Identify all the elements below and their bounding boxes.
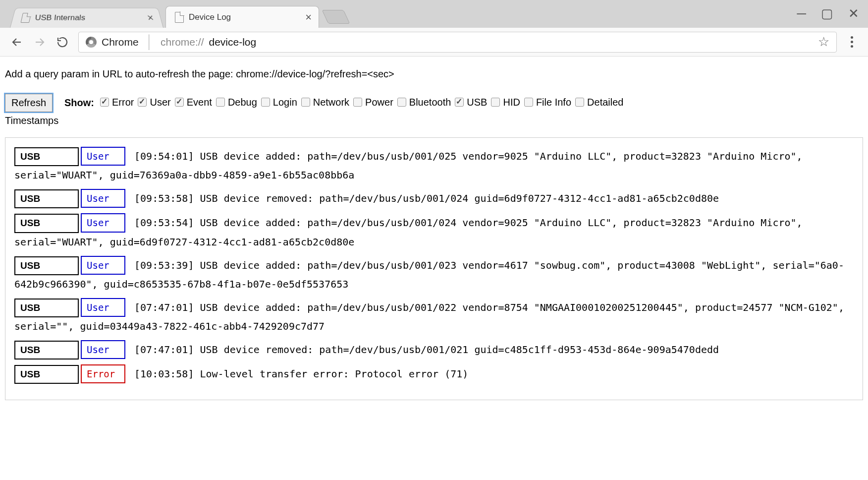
- filter-error[interactable]: Error: [100, 97, 134, 108]
- filter-power[interactable]: Power: [353, 97, 393, 108]
- browser-titlebar: USB Internals × Device Log × ─ ▢ ✕: [0, 0, 868, 28]
- filter-usb[interactable]: USB: [455, 97, 487, 108]
- log-type-tag: USB: [14, 299, 79, 317]
- tab-title: USB Internals: [35, 13, 86, 22]
- log-type-tag: USB: [14, 214, 79, 233]
- filter-label: HID: [503, 97, 520, 108]
- filter-checkbox[interactable]: [491, 98, 500, 107]
- minimize-icon[interactable]: ─: [797, 7, 806, 20]
- filter-checkbox[interactable]: [397, 98, 406, 107]
- log-level-tag: User: [81, 213, 125, 232]
- filter-debug[interactable]: Debug: [216, 97, 257, 108]
- filter-label: Event: [187, 97, 212, 108]
- log-type-tag: USB: [14, 341, 79, 360]
- window-controls: ─ ▢ ✕: [797, 7, 859, 20]
- filter-label: Network: [313, 97, 349, 108]
- filter-label: Debug: [228, 97, 257, 108]
- filter-network[interactable]: Network: [301, 97, 349, 108]
- new-tab-button[interactable]: [322, 10, 350, 24]
- log-type-tag: USB: [14, 256, 79, 275]
- filter-label: Login: [273, 97, 297, 108]
- filter-label: Detailed: [587, 97, 623, 108]
- tab-device-log[interactable]: Device Log ×: [165, 6, 319, 28]
- log-text: [09:54:01] USB device added: path=/dev/b…: [14, 150, 803, 181]
- filter-checkbox[interactable]: [301, 98, 310, 107]
- filter-hid[interactable]: HID: [491, 97, 520, 108]
- bookmark-star-icon[interactable]: ☆: [818, 34, 829, 50]
- filter-bluetooth[interactable]: Bluetooth: [397, 97, 451, 108]
- log-level-tag: Error: [81, 364, 125, 383]
- log-entry: USBUser [09:53:39] USB device added: pat…: [14, 256, 854, 293]
- filter-label: File Info: [536, 97, 571, 108]
- reload-button[interactable]: [55, 35, 69, 49]
- tab-usb-internals[interactable]: USB Internals ×: [10, 8, 163, 28]
- url-scheme-label: Chrome: [102, 36, 139, 48]
- page-icon: [21, 13, 32, 23]
- address-bar[interactable]: Chrome │ chrome://device-log ☆: [78, 32, 837, 53]
- log-text: [09:53:54] USB device added: path=/dev/b…: [14, 217, 803, 247]
- log-text: [07:47:01] USB device removed: path=/dev…: [128, 344, 719, 356]
- log-entry: USBUser [09:53:54] USB device added: pat…: [14, 213, 854, 250]
- page-icon: [175, 12, 184, 23]
- log-text: [07:47:01] USB device added: path=/dev/b…: [14, 301, 844, 332]
- filter-checkbox[interactable]: [175, 98, 184, 107]
- log-entry: USBUser [09:54:01] USB device added: pat…: [14, 147, 854, 184]
- log-text: [09:53:39] USB device added: path=/dev/b…: [14, 259, 844, 290]
- auto-refresh-hint: Add a query param in URL to auto-refresh…: [5, 68, 863, 80]
- browser-menu-button[interactable]: [846, 36, 858, 48]
- filter-event[interactable]: Event: [175, 97, 212, 108]
- close-window-icon[interactable]: ✕: [848, 7, 859, 20]
- log-entry: USBUser [07:47:01] USB device removed: p…: [14, 340, 854, 360]
- filter-checkbox[interactable]: [575, 98, 584, 107]
- page-content: Add a query param in URL to auto-refresh…: [0, 57, 868, 410]
- chrome-icon: [86, 37, 97, 48]
- back-button[interactable]: [10, 35, 24, 49]
- browser-toolbar: Chrome │ chrome://device-log ☆: [0, 28, 868, 57]
- filter-checkbox[interactable]: [353, 98, 362, 107]
- log-type-tag: USB: [14, 365, 79, 384]
- show-label: Show:: [64, 97, 94, 109]
- filter-label: Bluetooth: [409, 97, 451, 108]
- log-level-tag: User: [81, 147, 125, 166]
- log-level-tag: User: [81, 256, 125, 275]
- filter-label: User: [150, 97, 170, 108]
- log-entry: USBUser [09:53:58] USB device removed: p…: [14, 189, 854, 208]
- filter-label: USB: [467, 97, 487, 108]
- log-entry: USBError [10:03:58] Low-level transfer e…: [14, 364, 854, 384]
- url-gray-part: chrome://: [161, 36, 204, 48]
- filter-checkbox[interactable]: [261, 98, 270, 107]
- controls-row: Refresh Show: ErrorUserEventDebugLoginNe…: [5, 94, 863, 112]
- filter-label: Power: [365, 97, 393, 108]
- log-entry: USBUser [07:47:01] USB device added: pat…: [14, 298, 854, 335]
- timestamps-label: Timestamps: [5, 115, 863, 126]
- filter-checkbox[interactable]: [216, 98, 225, 107]
- log-text: [09:53:58] USB device removed: path=/dev…: [128, 192, 719, 204]
- maximize-icon[interactable]: ▢: [821, 7, 833, 20]
- close-icon[interactable]: ×: [146, 13, 155, 23]
- tab-title: Device Log: [189, 12, 231, 22]
- log-type-tag: USB: [14, 147, 79, 166]
- log-level-tag: User: [81, 340, 125, 359]
- filter-label: Error: [112, 97, 134, 108]
- log-panel: USBUser [09:54:01] USB device added: pat…: [5, 137, 863, 400]
- forward-button[interactable]: [33, 35, 47, 49]
- filter-checkbox[interactable]: [138, 98, 147, 107]
- log-level-tag: User: [81, 298, 125, 317]
- filter-checkbox[interactable]: [455, 98, 464, 107]
- close-icon[interactable]: ×: [305, 12, 312, 23]
- filter-user[interactable]: User: [138, 97, 170, 108]
- filter-checkbox[interactable]: [100, 98, 109, 107]
- separator: │: [146, 34, 154, 50]
- filter-checkbox[interactable]: [524, 98, 533, 107]
- log-level-tag: User: [81, 189, 125, 208]
- log-type-tag: USB: [14, 189, 79, 208]
- tab-strip: USB Internals × Device Log ×: [0, 0, 347, 28]
- refresh-button[interactable]: Refresh: [5, 94, 53, 112]
- filter-file-info[interactable]: File Info: [524, 97, 571, 108]
- filter-detailed[interactable]: Detailed: [575, 97, 623, 108]
- url-black-part: device-log: [209, 36, 256, 48]
- log-text: [10:03:58] Low-level transfer error: Pro…: [128, 368, 468, 380]
- filter-login[interactable]: Login: [261, 97, 297, 108]
